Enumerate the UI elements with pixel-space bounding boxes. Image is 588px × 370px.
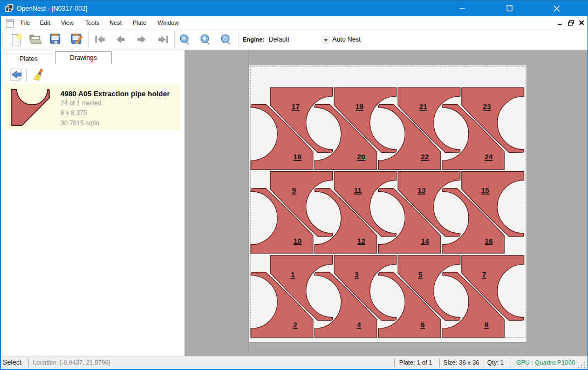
svg-text:17: 17 xyxy=(291,103,299,111)
svg-text:24: 24 xyxy=(484,153,493,161)
svg-text:19: 19 xyxy=(355,103,364,111)
svg-text:18: 18 xyxy=(293,153,302,161)
svg-text:2: 2 xyxy=(293,321,297,329)
svg-text:1: 1 xyxy=(291,271,295,279)
svg-text:12: 12 xyxy=(357,237,365,245)
svg-text:8: 8 xyxy=(484,321,489,329)
svg-text:10: 10 xyxy=(293,237,302,245)
svg-text:9: 9 xyxy=(292,186,296,194)
svg-text:20: 20 xyxy=(357,153,365,161)
svg-text:3: 3 xyxy=(354,271,359,279)
svg-text:5: 5 xyxy=(418,271,422,279)
svg-text:4: 4 xyxy=(357,321,361,329)
svg-text:13: 13 xyxy=(418,186,426,194)
svg-text:6: 6 xyxy=(421,321,425,329)
svg-text:22: 22 xyxy=(421,153,429,161)
svg-text:23: 23 xyxy=(483,103,491,111)
svg-text:16: 16 xyxy=(485,237,494,245)
svg-text:7: 7 xyxy=(482,271,487,279)
svg-text:11: 11 xyxy=(354,186,362,194)
svg-text:15: 15 xyxy=(481,186,490,194)
svg-text:14: 14 xyxy=(421,237,429,245)
svg-text:21: 21 xyxy=(419,103,428,111)
